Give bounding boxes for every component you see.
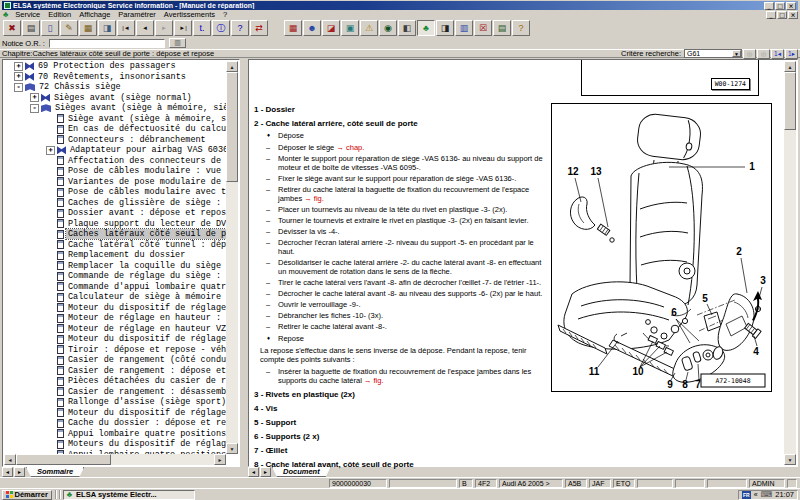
tree-item[interactable]: +Adaptateur pour airbag VAS 6036 bbox=[4, 145, 226, 156]
tree-item[interactable]: Dossier avant : dépose et repose bbox=[4, 208, 226, 219]
manual-button[interactable]: ◪ bbox=[322, 20, 340, 36]
menu-service[interactable]: Service bbox=[11, 10, 44, 19]
tree-item[interactable]: En cas de défectuosité du calcul bbox=[4, 124, 226, 135]
tab-scroll-left-icon[interactable]: ◄ bbox=[2, 467, 13, 477]
mdi-window-minimize-button[interactable]: _ bbox=[766, 11, 776, 19]
expand-icon[interactable]: + bbox=[14, 72, 23, 81]
notice-or-button[interactable]: ▥ bbox=[169, 38, 186, 48]
tree-vertical-scrollbar[interactable]: ▲ ▼ bbox=[226, 61, 238, 454]
tree-item[interactable]: Casier de rangement : dépose et bbox=[4, 366, 226, 377]
window-minimize-button[interactable]: _ bbox=[764, 2, 774, 10]
tab-sommaire[interactable]: Sommaire bbox=[26, 467, 84, 477]
notice-input[interactable] bbox=[49, 39, 165, 48]
vehicle-data-button[interactable]: ◨ bbox=[436, 20, 454, 36]
tab-document[interactable]: Document bbox=[272, 467, 331, 477]
scroll-down-icon[interactable]: ▼ bbox=[226, 443, 238, 454]
screen-button[interactable]: ▣ bbox=[341, 20, 359, 36]
tree-item[interactable]: +Sièges avant (siège normal) bbox=[4, 93, 226, 104]
start-button[interactable]: Démarrer bbox=[2, 490, 52, 500]
tree-item[interactable]: Commande d'appui lombaire quatre bbox=[4, 282, 226, 293]
expand-icon[interactable]: + bbox=[46, 146, 55, 155]
tree-item[interactable]: Plaque support du lecteur de DVD bbox=[4, 219, 226, 230]
tree-item[interactable]: +69 Protection des passagers bbox=[4, 61, 226, 72]
globe-button[interactable]: ◉ bbox=[379, 20, 397, 36]
expand-icon[interactable]: + bbox=[14, 62, 23, 71]
result-next-button[interactable]: 1▸ bbox=[785, 49, 798, 59]
nav-previous-button[interactable]: ◄ bbox=[136, 20, 154, 36]
nav-last-button[interactable]: ►| bbox=[174, 20, 192, 36]
exit-button[interactable]: ✖ bbox=[3, 20, 21, 36]
tree-item[interactable]: Caches de glissière de siège : d bbox=[4, 198, 226, 209]
tree-item[interactable]: Calculateur de siège à mémoire : bbox=[4, 292, 226, 303]
tree-item[interactable]: Tiroir : dépose et repose - véhi bbox=[4, 345, 226, 356]
support-button[interactable]: ? bbox=[512, 20, 530, 36]
tree-item[interactable]: Affectation des connecteurs de l bbox=[4, 156, 226, 167]
new-document-button[interactable]: ▯ bbox=[41, 20, 59, 36]
tree-item[interactable]: -72 Châssis siège bbox=[4, 82, 226, 93]
tree-scroll-thumb[interactable] bbox=[226, 72, 238, 182]
scroll-up-icon[interactable]: ▲ bbox=[226, 61, 238, 72]
collapse-icon[interactable]: - bbox=[14, 83, 23, 92]
expand-icon[interactable]: + bbox=[30, 93, 39, 102]
search-criteria-combobox[interactable]: G61 ▼ bbox=[684, 49, 742, 58]
collapse-tray-icon[interactable]: « bbox=[754, 491, 758, 498]
doc-figure-link[interactable]: → fig. bbox=[364, 376, 384, 385]
tree-item[interactable]: Remplacement du dossier bbox=[4, 250, 226, 261]
doc-figure-link[interactable]: → chap. bbox=[336, 143, 364, 152]
tree-item[interactable]: Pose de câbles modulaire avec tu bbox=[4, 187, 226, 198]
tab-scroll-right-icon[interactable]: ► bbox=[14, 467, 25, 477]
vehicle-button[interactable]: ◨ bbox=[98, 20, 116, 36]
tree-item[interactable]: Connecteurs : débranchement bbox=[4, 135, 226, 146]
tree-item[interactable]: Pièces détachées du casier de ra bbox=[4, 376, 226, 387]
tree-item[interactable]: -Sièges avant (siège à mémoire, siè bbox=[4, 103, 226, 114]
tree-item[interactable]: Moteur du dispositif de réglage bbox=[4, 408, 226, 419]
tree-item[interactable]: Moteur du dispositif de réglage bbox=[4, 303, 226, 314]
tree-horizontal-scrollbar[interactable]: ◄ ► bbox=[4, 454, 226, 465]
mdi-window-close-button[interactable]: × bbox=[788, 11, 798, 19]
window-close-button[interactable]: × bbox=[786, 2, 796, 10]
edit-button[interactable]: ✎ bbox=[60, 20, 78, 36]
tree-item[interactable]: Appui lombaire quatre positions bbox=[4, 429, 226, 440]
menu-?[interactable]: ? bbox=[219, 10, 231, 19]
tree-item[interactable]: Rallonge d'assise (siège sport) bbox=[4, 397, 226, 408]
history-button[interactable]: t. bbox=[193, 20, 211, 36]
nav-first-button[interactable]: |◄ bbox=[117, 20, 135, 36]
library-button[interactable]: ▤ bbox=[493, 20, 511, 36]
find-previous-button[interactable]: ◎ bbox=[743, 49, 756, 59]
tree-item[interactable]: Caches latéraux côté seuil de po bbox=[4, 229, 226, 240]
tree-hscroll-thumb[interactable] bbox=[16, 454, 111, 465]
window-restore-button[interactable]: □ bbox=[775, 2, 785, 10]
find-next-button[interactable]: ◎ bbox=[757, 49, 770, 59]
mdi-window-restore-button[interactable]: □ bbox=[777, 11, 787, 19]
parts-table-button[interactable]: ▦ bbox=[284, 20, 302, 36]
menu-avertissements[interactable]: Avertissements bbox=[160, 10, 219, 19]
swap-button[interactable]: ⇄ bbox=[250, 20, 268, 36]
scroll-up-icon[interactable]: ▲ bbox=[784, 61, 796, 72]
language-indicator[interactable]: FR bbox=[742, 491, 751, 499]
doc-figure-link[interactable]: → fig. bbox=[304, 194, 324, 203]
tree-item[interactable]: Casier de rangement (côté conduc bbox=[4, 355, 226, 366]
tree-item[interactable]: Commande de réglage du siège : d bbox=[4, 271, 226, 282]
result-previous-button[interactable]: 1◂ bbox=[771, 49, 784, 59]
tree-item[interactable]: +70 Revêtements, insonorisants bbox=[4, 72, 226, 83]
scroll-right-icon[interactable]: ► bbox=[214, 454, 226, 465]
tree-item[interactable]: Moteur du dispositif de réglage bbox=[4, 334, 226, 345]
tree-item[interactable]: Siège avant (siège à mémoire, si bbox=[4, 114, 226, 125]
nav-next-button[interactable]: ► bbox=[155, 20, 173, 36]
tree-item[interactable]: Casier de rangement : désassembl bbox=[4, 387, 226, 398]
document-x-button[interactable]: ☒ bbox=[474, 20, 492, 36]
menu-affichage[interactable]: Affichage bbox=[75, 10, 114, 19]
save-button[interactable]: ◧ bbox=[398, 20, 416, 36]
help-button[interactable]: ? bbox=[231, 20, 249, 36]
tree-item[interactable]: Moteur de réglage en hauteur VZ bbox=[4, 324, 226, 335]
chevron-down-icon[interactable]: ▼ bbox=[732, 50, 741, 57]
tree-item[interactable]: Moteurs du dispositif de réglage bbox=[4, 439, 226, 450]
keyboard-icon[interactable]: ⌨ bbox=[761, 490, 773, 499]
tree-item[interactable]: Variantes de pose modulaire de c bbox=[4, 177, 226, 188]
tab-scroll-left-icon[interactable]: ◄ bbox=[248, 467, 259, 477]
scroll-down-icon[interactable]: ▼ bbox=[784, 454, 796, 465]
tree-item[interactable]: Moteur de réglage en hauteur : v bbox=[4, 313, 226, 324]
taskbar-task-elsa[interactable]: ♣ ELSA système Electr... bbox=[63, 490, 195, 500]
document-vertical-scrollbar[interactable]: ▲ ▼ bbox=[784, 61, 796, 465]
documents-button[interactable]: ▥ bbox=[455, 20, 473, 36]
